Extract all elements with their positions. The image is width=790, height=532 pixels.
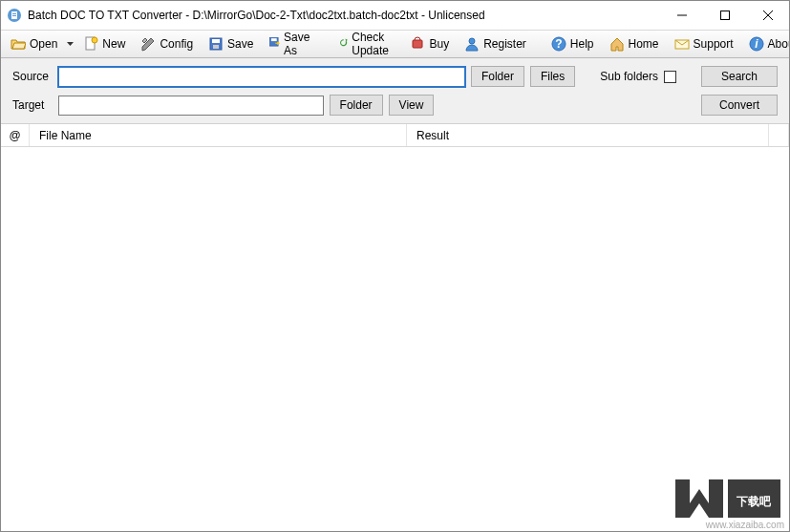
target-row: Target Folder View Convert (12, 95, 778, 116)
watermark-url: www.xiazaiba.com (706, 520, 784, 530)
about-button[interactable]: i About (743, 33, 790, 54)
svg-rect-11 (212, 39, 220, 43)
app-icon (7, 8, 22, 23)
check-label: Check Update (352, 31, 395, 57)
column-at[interactable]: @ (1, 124, 30, 146)
svg-text:?: ? (555, 37, 562, 51)
new-label: New (102, 37, 125, 51)
subfolders-label: Sub folders (600, 70, 658, 83)
search-button[interactable]: Search (701, 66, 778, 87)
check-update-button[interactable]: Check Update (333, 28, 401, 60)
mail-icon (674, 36, 690, 52)
help-label: Help (570, 37, 594, 51)
column-result[interactable]: Result (407, 124, 769, 146)
register-button[interactable]: Register (459, 33, 532, 54)
about-label: About (768, 37, 790, 51)
svg-rect-14 (271, 38, 277, 41)
new-file-icon (83, 36, 98, 52)
list-header: @ File Name Result (1, 124, 789, 147)
info-icon: i (749, 36, 764, 52)
maximize-button[interactable] (703, 2, 746, 30)
close-button[interactable] (746, 2, 789, 30)
home-button[interactable]: Home (604, 33, 665, 54)
save-button[interactable]: Save (203, 33, 259, 54)
source-input[interactable] (58, 67, 465, 87)
title-bar: Batch DOC TO TXT Converter - D:\MirrorGo… (1, 1, 789, 30)
config-button[interactable]: Config (135, 33, 199, 54)
support-button[interactable]: Support (669, 33, 739, 54)
svg-rect-3 (12, 15, 16, 16)
help-icon: ? (551, 36, 566, 52)
buy-label: Buy (429, 37, 449, 51)
svg-point-16 (469, 38, 475, 44)
home-label: Home (629, 37, 659, 51)
help-button[interactable]: ? Help (545, 33, 600, 54)
source-row: Source Folder Files Sub folders Search (12, 66, 778, 87)
target-label: Target (12, 98, 53, 112)
open-folder-icon (11, 36, 26, 52)
column-filename[interactable]: File Name (30, 124, 407, 146)
open-button[interactable]: Open (5, 33, 63, 54)
source-folder-button[interactable]: Folder (471, 66, 524, 87)
svg-rect-5 (720, 11, 729, 20)
user-icon (464, 36, 480, 52)
source-label: Source (12, 70, 53, 83)
home-icon (609, 36, 625, 52)
save-icon (208, 36, 224, 52)
subfolders-checkbox[interactable] (664, 71, 676, 83)
buy-button[interactable]: Buy (404, 33, 455, 54)
saveas-icon (268, 36, 280, 52)
save-label: Save (227, 37, 253, 51)
toolbar: Open New Config Save Save As Check Updat… (1, 30, 789, 58)
target-folder-button[interactable]: Folder (330, 95, 383, 116)
saveas-button[interactable]: Save As (263, 28, 319, 60)
refresh-icon (339, 36, 349, 52)
column-spacer (769, 124, 789, 146)
target-view-button[interactable]: View (389, 95, 435, 116)
svg-point-9 (92, 37, 97, 43)
source-files-button[interactable]: Files (530, 66, 575, 87)
svg-rect-15 (413, 40, 422, 48)
minimize-button[interactable] (660, 2, 703, 30)
support-label: Support (694, 37, 734, 51)
open-label: Open (30, 37, 57, 51)
file-list[interactable] (1, 147, 789, 531)
open-dropdown[interactable] (67, 42, 74, 46)
new-button[interactable]: New (77, 33, 131, 54)
convert-button[interactable]: Convert (701, 95, 778, 116)
cart-icon (410, 36, 425, 52)
register-label: Register (483, 37, 526, 51)
config-icon (140, 36, 156, 52)
target-input[interactable] (58, 96, 324, 116)
svg-rect-12 (213, 45, 219, 49)
io-panel: Source Folder Files Sub folders Search T… (1, 58, 789, 124)
window-title: Batch DOC TO TXT Converter - D:\MirrorGo… (28, 9, 660, 22)
config-label: Config (160, 37, 193, 51)
saveas-label: Save As (284, 31, 314, 57)
svg-rect-2 (12, 13, 16, 14)
